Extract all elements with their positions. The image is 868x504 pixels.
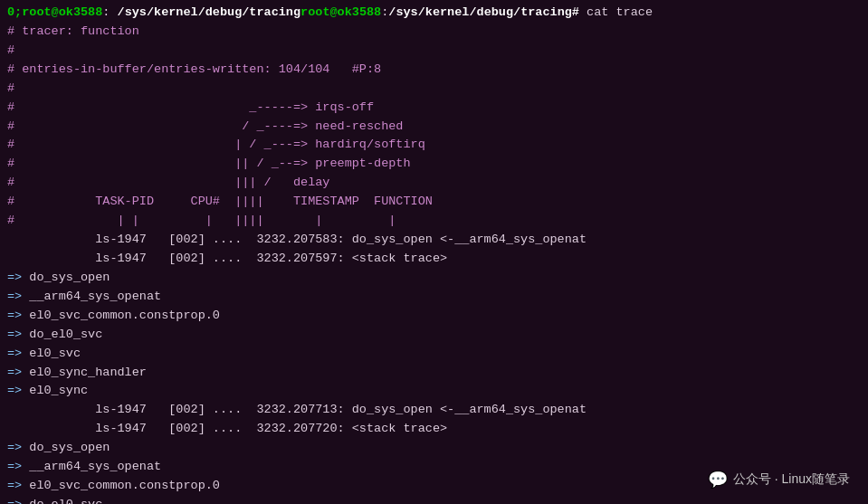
prompt-path2: /sys/kernel/debug/tracing [388, 5, 572, 19]
line-tracer: # tracer: function [7, 23, 861, 42]
prompt-sep1: : [102, 5, 117, 19]
arrow-line-4: => do_el0_svc [7, 326, 861, 345]
line-prompt: 0;root@ok3588: /sys/kernel/debug/tracing… [7, 4, 861, 23]
watermark: 💬 公众号 · Linux随笔录 [708, 470, 850, 490]
cmd: cat trace [579, 5, 653, 19]
arrow-line-6: => el0_sync_handler [7, 364, 861, 383]
line-delay: # ||| / delay [7, 174, 861, 193]
terminal: 0;root@ok3588: /sys/kernel/debug/tracing… [0, 0, 868, 504]
line-hash1: # [7, 42, 861, 61]
prompt-user2: root@ok3588 [300, 5, 381, 19]
arrow-line-3: => el0_svc_common.constprop.0 [7, 307, 861, 326]
trace-line-2: ls-1947 [002] .... 3232.207597: <stack t… [7, 250, 861, 269]
watermark-icon: 💬 [708, 470, 728, 490]
arrow-line-5: => el0_svc [7, 345, 861, 364]
prompt-hash: # [572, 5, 579, 19]
line-sep: # | | | |||| | | [7, 212, 861, 231]
trace-line-4: ls-1947 [002] .... 3232.207720: <stack t… [7, 420, 861, 439]
arrow-line-7: => el0_sync [7, 382, 861, 401]
arrow-line-11: => do_el0_svc [7, 496, 861, 504]
line-hardirq: # | / _---=> hardirq/softirq [7, 136, 861, 155]
arrow-line-8: => do_sys_open [7, 439, 861, 458]
line-entries: # entries-in-buffer/entries-written: 104… [7, 61, 861, 80]
watermark-text: 公众号 · Linux随笔录 [733, 471, 850, 488]
prompt-path: /sys/kernel/debug/tracing [118, 5, 301, 19]
arrow-line-1: => do_sys_open [7, 269, 861, 288]
line-hash2: # [7, 80, 861, 99]
line-irqs: # _-----=> irqs-off [7, 99, 861, 118]
line-resched: # / _----=> need-resched [7, 118, 861, 137]
arrow-line-2: => __arm64_sys_openat [7, 288, 861, 307]
trace-line-3: ls-1947 [002] .... 3232.207713: do_sys_o… [7, 401, 861, 420]
line-header: # TASK-PID CPU# |||| TIMESTAMP FUNCTION [7, 193, 861, 212]
trace-line-1: ls-1947 [002] .... 3232.207583: do_sys_o… [7, 231, 861, 250]
line-preempt: # || / _--=> preempt-depth [7, 155, 861, 174]
prompt-user: 0;root@ok3588 [7, 5, 102, 19]
